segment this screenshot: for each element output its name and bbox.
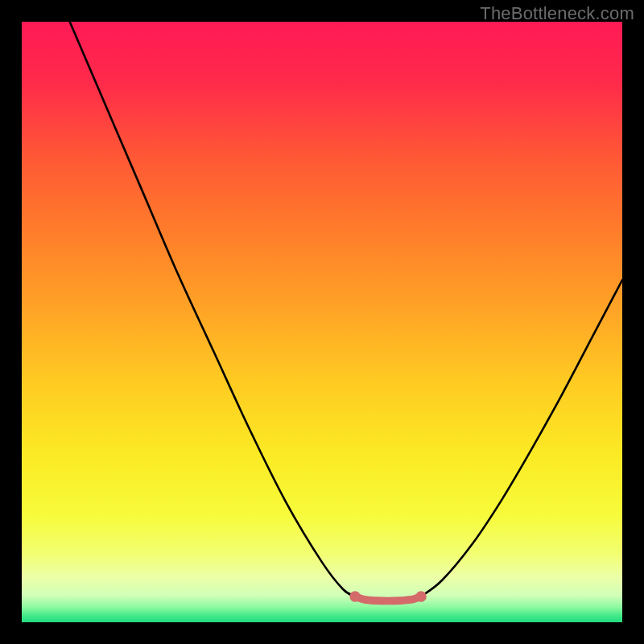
left-curve	[70, 22, 355, 597]
right-curve	[421, 280, 622, 597]
bottleneck-curves	[22, 22, 622, 622]
valley-curve	[355, 597, 421, 601]
plot-area	[22, 22, 622, 622]
watermark-text: TheBottleneck.com	[480, 3, 634, 24]
svg-point-2	[415, 591, 426, 601]
chart-frame: TheBottleneck.com	[0, 0, 644, 644]
svg-point-1	[349, 591, 360, 601]
